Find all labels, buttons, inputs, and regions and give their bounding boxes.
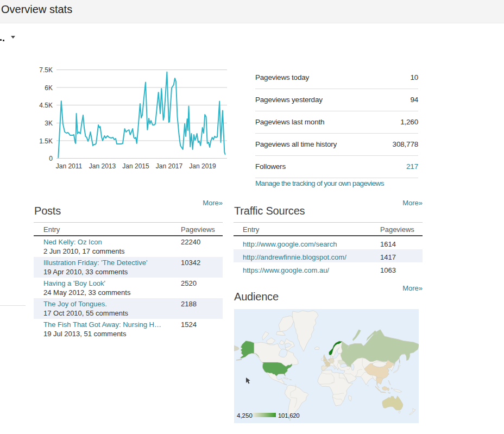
svg-text:Jan 2019: Jan 2019	[189, 162, 216, 170]
svg-text:4.5K: 4.5K	[39, 102, 53, 109]
svg-text:Jan 2011: Jan 2011	[56, 162, 83, 170]
svg-text:0: 0	[49, 155, 53, 162]
svg-text:7.5K: 7.5K	[39, 66, 53, 74]
svg-text:3K: 3K	[45, 119, 53, 127]
svg-text:6K: 6K	[45, 84, 53, 92]
svg-text:1.5K: 1.5K	[39, 137, 53, 145]
svg-text:Jan 2017: Jan 2017	[156, 162, 183, 170]
svg-text:Jan 2013: Jan 2013	[89, 162, 116, 170]
svg-text:4,250: 4,250	[237, 412, 253, 419]
svg-text:101,620: 101,620	[278, 412, 299, 419]
svg-text:Jan 2015: Jan 2015	[122, 162, 149, 170]
